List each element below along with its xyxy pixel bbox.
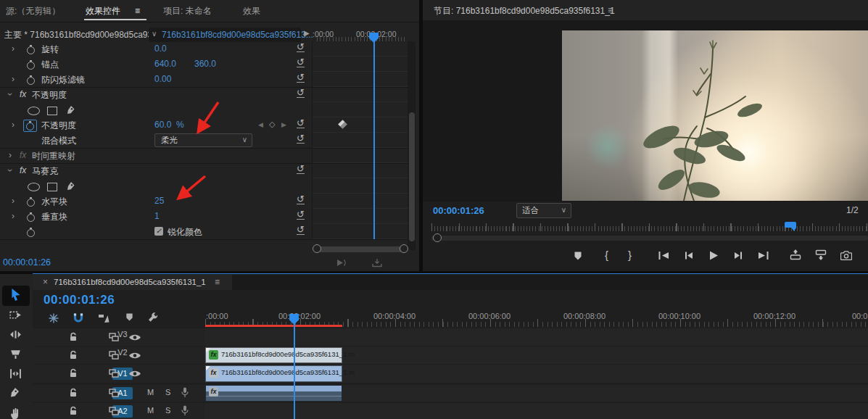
zoom-level-dropdown[interactable]: 适合 ∨ (516, 203, 571, 218)
lock-icon[interactable] (69, 406, 78, 415)
go-to-in-icon[interactable] (658, 251, 669, 260)
ec-vscrollbar-thumb[interactable] (409, 112, 415, 241)
reset-icon[interactable]: ↺ (297, 119, 305, 128)
ec-zoom-handle-left[interactable] (313, 244, 321, 253)
track-visibility-eye-icon[interactable] (128, 333, 141, 341)
effect-name[interactable]: 时间重映射 (32, 150, 75, 162)
reset-icon[interactable]: ↺ (297, 195, 305, 204)
next-keyframe-icon[interactable]: ▶ (281, 121, 286, 128)
h-blocks-value[interactable]: 25 (154, 196, 164, 206)
next-clip-icon[interactable]: ▶ (304, 29, 310, 37)
reset-icon[interactable]: ↺ (297, 43, 305, 52)
panel-menu-icon[interactable]: ≡ (215, 277, 220, 287)
program-scrollbar[interactable] (431, 236, 868, 241)
lock-icon[interactable] (69, 388, 78, 397)
blend-mode-dropdown[interactable]: 柔光 ∨ (154, 133, 252, 147)
sequence-selector[interactable]: ∨ 716b3161bf8cd9d00e98d5ca935f613... (149, 28, 301, 42)
sync-lock-icon[interactable] (109, 407, 119, 415)
clip-v1[interactable]: fx 716b3161bf8cd9d00e98d5ca935f6131_1.m (205, 365, 342, 382)
master-clip-label[interactable]: 主要 * 716b3161bf8cd9d00e98d5ca93... (4, 29, 160, 41)
sync-lock-icon[interactable] (109, 369, 119, 378)
fx-icon[interactable]: fx (20, 89, 26, 99)
razor-tool[interactable] (9, 347, 25, 363)
voiceover-mic-icon[interactable] (181, 387, 189, 398)
snap-magnet-icon[interactable] (73, 312, 84, 324)
anchor-y-value[interactable]: 360.0 (194, 59, 216, 69)
sync-lock-icon[interactable] (109, 351, 119, 360)
v-blocks-value[interactable]: 1 (154, 211, 160, 221)
program-zoom-handle[interactable] (433, 233, 442, 242)
reset-icon[interactable]: ↺ (297, 225, 305, 235)
playback-resolution[interactable]: 1/2 (846, 205, 859, 215)
stopwatch-icon[interactable] (27, 46, 35, 54)
sharp-colors-checkbox[interactable]: ✓ (154, 227, 163, 236)
reset-icon[interactable]: ↺ (297, 134, 305, 144)
lift-icon[interactable] (790, 249, 801, 260)
track-visibility-eye-icon[interactable] (128, 370, 141, 378)
rect-mask-icon[interactable] (47, 183, 57, 191)
play-effects-icon[interactable] (336, 258, 347, 267)
fx-icon-disabled[interactable]: fx (20, 150, 26, 160)
clip-fx-badge[interactable]: fx (209, 368, 218, 378)
opacity-value[interactable]: 60.0 (154, 120, 171, 130)
ec-zoom-bar[interactable] (317, 246, 405, 252)
program-timecode[interactable]: 00:00:01:26 (433, 205, 484, 216)
step-forward-icon[interactable] (734, 251, 743, 260)
insert-overwrite-sequence-icon[interactable] (48, 312, 59, 324)
tab-source[interactable]: 源:（无剪辑） (6, 0, 60, 22)
twirl-icon[interactable]: › (12, 211, 15, 221)
stopwatch-keyframe-icon[interactable] (26, 123, 34, 130)
tab-effects[interactable]: 效果 (243, 0, 260, 22)
track-content-v3[interactable] (205, 328, 868, 346)
step-back-icon[interactable] (684, 251, 693, 260)
clip-fx-badge-green[interactable]: fx (209, 350, 218, 360)
timeline-timecode[interactable]: 00:00:01:26 (44, 293, 115, 307)
reset-icon[interactable]: ↺ (297, 210, 305, 220)
twirl-open-icon[interactable]: › (5, 93, 15, 96)
ellipse-mask-icon[interactable] (28, 183, 40, 191)
rotation-value[interactable]: 0.0 (154, 43, 167, 54)
lock-icon[interactable] (69, 350, 78, 360)
mark-out-icon[interactable]: } (628, 249, 632, 260)
close-icon[interactable]: × (43, 277, 48, 287)
antiflicker-value[interactable]: 0.00 (154, 74, 171, 84)
track-content-a2[interactable] (205, 403, 868, 419)
keyframe-lane[interactable] (312, 41, 408, 239)
export-frame-camera-icon[interactable] (840, 251, 852, 260)
program-video-frame[interactable] (562, 30, 868, 201)
clip-a1-audio[interactable]: fx (205, 385, 342, 402)
sync-lock-icon[interactable] (109, 333, 119, 341)
twirl-icon[interactable]: › (9, 150, 12, 160)
rect-mask-icon[interactable] (47, 107, 57, 115)
hand-tool[interactable] (9, 406, 25, 419)
timeline-playhead-line[interactable] (294, 323, 295, 419)
ec-vscrollbar-track[interactable] (408, 41, 416, 250)
twirl-icon[interactable]: › (12, 120, 15, 130)
reset-icon[interactable]: ↺ (297, 73, 305, 83)
program-ruler-major-ticks[interactable] (431, 223, 868, 231)
track-visibility-eye-icon[interactable] (128, 352, 141, 360)
add-marker-icon[interactable] (573, 251, 583, 261)
sync-lock-icon[interactable] (109, 389, 119, 397)
clip-v2[interactable]: fx 716b3161bf8cd9d00e98d5ca935f6131_1.m (205, 347, 342, 363)
export-frame-icon[interactable] (371, 258, 383, 267)
pen-tool[interactable] (9, 386, 25, 402)
lock-icon[interactable] (69, 368, 78, 378)
effect-name[interactable]: 不透明度 (32, 89, 67, 101)
twirl-open-icon[interactable]: › (5, 169, 15, 172)
tab-project[interactable]: 项目: 未命名 (163, 0, 212, 22)
stopwatch-icon[interactable] (27, 214, 35, 222)
twirl-icon[interactable]: › (12, 196, 15, 206)
stopwatch-icon[interactable] (27, 77, 35, 85)
reset-icon[interactable]: ↺ (297, 88, 305, 98)
add-keyframe-icon[interactable]: ◇ (269, 120, 275, 129)
marker-icon[interactable] (125, 312, 134, 322)
timeline-settings-wrench-icon[interactable] (147, 312, 159, 323)
effect-name[interactable]: 马赛克 (32, 165, 58, 178)
stopwatch-icon[interactable] (27, 62, 35, 70)
reset-icon[interactable]: ↺ (297, 58, 305, 67)
track-select-forward-tool[interactable] (9, 308, 25, 324)
pen-mask-icon[interactable] (66, 105, 75, 115)
pen-mask-icon[interactable] (66, 181, 75, 191)
panel-menu-icon[interactable]: ≡ (608, 5, 613, 15)
